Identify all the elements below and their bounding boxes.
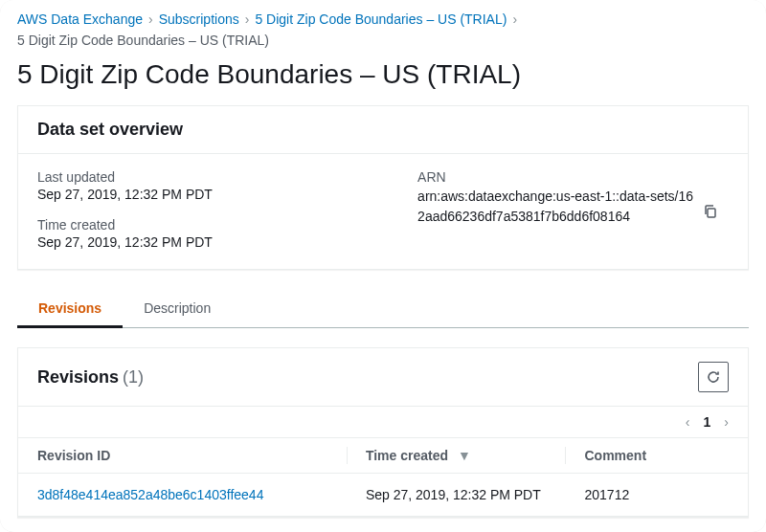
table-row: 3d8f48e414ea852a48be6c1403ffee44 Sep 27,…: [18, 474, 748, 517]
revisions-heading: Revisions: [37, 367, 119, 387]
tab-description[interactable]: Description: [123, 291, 232, 327]
chevron-right-icon: ›: [512, 11, 517, 27]
time-created-label: Time created: [37, 217, 417, 233]
refresh-button[interactable]: [698, 362, 729, 392]
breadcrumb-link-product[interactable]: 5 Digit Zip Code Boundaries – US (TRIAL): [255, 11, 507, 27]
table-header-row: Revision ID Time created ▼ Comment: [18, 438, 748, 474]
data-set-overview-panel: Data set overview Last updated Sep 27, 2…: [17, 105, 749, 270]
col-comment[interactable]: Comment: [565, 438, 748, 474]
pager-next[interactable]: ›: [724, 414, 729, 430]
tab-revisions[interactable]: Revisions: [17, 291, 123, 328]
sort-desc-icon: ▼: [458, 448, 471, 463]
revision-comment: 201712: [565, 474, 748, 517]
arn-label: ARN: [417, 169, 729, 185]
col-time-created-label: Time created: [366, 448, 448, 463]
revisions-count: (1): [123, 367, 144, 387]
col-time-created[interactable]: Time created ▼: [347, 438, 566, 474]
last-updated-label: Last updated: [37, 169, 417, 185]
copy-arn-button[interactable]: [703, 204, 718, 219]
pager-prev[interactable]: ‹: [686, 414, 690, 430]
col-revision-id[interactable]: Revision ID: [18, 438, 347, 474]
overview-heading: Data set overview: [18, 106, 748, 154]
time-created-value: Sep 27, 2019, 12:32 PM PDT: [37, 234, 417, 250]
tabs: Revisions Description: [17, 291, 749, 328]
revision-time-created: Sep 27, 2019, 12:32 PM PDT: [347, 474, 566, 517]
breadcrumb: AWS Data Exchange › Subscriptions › 5 Di…: [17, 10, 749, 54]
copy-icon: [703, 204, 718, 219]
pager-page-number: 1: [704, 414, 711, 430]
chevron-left-icon: ‹: [686, 414, 690, 430]
arn-value: arn:aws:dataexchange:us-east-1::data-set…: [417, 187, 695, 227]
chevron-right-icon: ›: [148, 11, 153, 27]
refresh-icon: [706, 369, 721, 385]
last-updated-value: Sep 27, 2019, 12:32 PM PDT: [37, 187, 417, 202]
revision-id-link[interactable]: 3d8f48e414ea852a48be6c1403ffee44: [37, 487, 263, 502]
revisions-table: Revision ID Time created ▼ Comment 3d8f4…: [18, 437, 748, 517]
chevron-right-icon: ›: [724, 414, 729, 430]
svg-rect-0: [708, 209, 715, 217]
revisions-panel: Revisions (1) ‹ 1 ›: [17, 347, 749, 518]
breadcrumb-link-aws-data-exchange[interactable]: AWS Data Exchange: [17, 11, 143, 27]
page-title: 5 Digit Zip Code Boundaries – US (TRIAL): [17, 59, 749, 90]
chevron-right-icon: ›: [245, 11, 250, 27]
breadcrumb-current: 5 Digit Zip Code Boundaries – US (TRIAL): [17, 33, 269, 48]
breadcrumb-link-subscriptions[interactable]: Subscriptions: [159, 11, 239, 27]
pager: ‹ 1 ›: [18, 407, 748, 437]
